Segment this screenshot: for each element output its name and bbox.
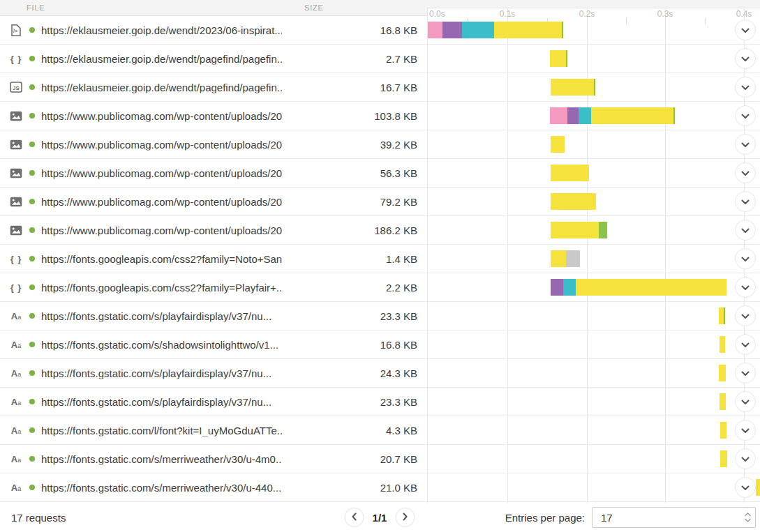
expand-row-button[interactable] [735, 477, 756, 498]
expand-row-button[interactable] [735, 305, 756, 326]
request-row: https://www.publicomag.com/wp-content/up… [0, 102, 760, 130]
waterfall-bar [0, 445, 760, 473]
chevron-down-icon [741, 368, 750, 379]
timing-segment-teal [462, 22, 494, 38]
stepper-up-icon [745, 512, 751, 517]
timing-segment-teal [579, 107, 591, 124]
chevron-down-icon [741, 111, 750, 121]
expand-row-button[interactable] [735, 105, 756, 126]
waterfall-bar [0, 388, 760, 416]
expand-row-button[interactable] [735, 448, 756, 469]
request-row: { } https://fonts.googleapis.com/css2?fa… [0, 245, 760, 273]
timing-segment-yellow [551, 79, 594, 96]
timeline-tick-label: 0.3s [657, 9, 673, 19]
request-row: https://www.publicomag.com/wp-content/up… [0, 216, 760, 245]
expand-row-button[interactable] [735, 134, 756, 155]
timing-segment-yellow [720, 422, 727, 439]
timeline-tick-label: 0.1s [500, 9, 516, 19]
waterfall-bar [0, 102, 760, 130]
timing-segment-yellow [756, 479, 760, 496]
expand-row-button[interactable] [735, 363, 756, 383]
request-row: Aa https://fonts.gstatic.com/s/playfaird… [0, 359, 760, 388]
timing-segment-gray [566, 250, 580, 267]
timing-segment-purple [551, 279, 563, 296]
expand-row-button[interactable] [735, 191, 756, 212]
waterfall-bar [0, 188, 760, 215]
stepper-down-icon [745, 518, 751, 522]
page-indicator: 1/1 [373, 512, 387, 524]
waterfall-bar [0, 130, 760, 158]
expand-row-button[interactable] [735, 77, 756, 98]
timing-segment-yellow [551, 136, 565, 153]
timing-segment-yellow [551, 222, 599, 238]
size-column-header: SIZE [304, 3, 324, 12]
timing-segment-green [673, 107, 675, 124]
timing-segment-yellow [720, 450, 727, 467]
timing-segment-yellow [550, 50, 566, 67]
entries-per-page-input[interactable] [592, 507, 756, 528]
timing-segment-purple [567, 107, 579, 124]
chevron-down-icon [741, 282, 750, 293]
expand-row-button[interactable] [735, 162, 756, 183]
request-row: https://www.publicomag.com/wp-content/up… [0, 130, 760, 159]
waterfall-bar [0, 216, 760, 244]
timing-segment-teal [563, 279, 576, 296]
expand-row-button[interactable] [735, 334, 756, 355]
expand-row-button[interactable] [735, 391, 756, 412]
entries-per-page-label: Entries per page: [505, 512, 585, 524]
chevron-down-icon [741, 168, 750, 178]
request-table: /> https://eklausmeier.goip.de/wendt/202… [0, 16, 760, 502]
waterfall-bar [0, 273, 760, 301]
chevron-down-icon [741, 482, 750, 493]
chevron-left-icon [352, 512, 357, 523]
waterfall-bar [0, 16, 760, 44]
request-row: Aa https://fonts.gstatic.com/s/playfaird… [0, 302, 760, 330]
expand-row-button[interactable] [735, 48, 756, 69]
chevron-down-icon [741, 397, 750, 407]
next-page-button[interactable] [395, 508, 415, 527]
pagination: 1/1 [345, 508, 415, 527]
file-column-header: FILE [27, 3, 45, 12]
chevron-down-icon [741, 139, 750, 150]
expand-row-button[interactable] [735, 420, 756, 441]
timing-segment-yellow [494, 22, 562, 38]
waterfall-bar [0, 245, 760, 273]
expand-row-button[interactable] [735, 20, 756, 40]
timing-segment-pink [428, 22, 442, 38]
timing-segment-green [599, 222, 607, 238]
chevron-down-icon [741, 225, 750, 236]
timeline-tick-label: 0.4s [736, 9, 752, 19]
timeline-header [427, 0, 760, 8]
timing-segment-yellow [551, 165, 589, 181]
request-row: Aa https://fonts.gstatic.com/s/shadowsin… [0, 330, 760, 359]
request-row: https://www.publicomag.com/wp-content/up… [0, 188, 760, 216]
timing-segment-yellow [720, 336, 725, 353]
request-row: Aa https://fonts.gstatic.com/s/playfaird… [0, 388, 760, 416]
chevron-down-icon [741, 454, 750, 464]
waterfall-bar [0, 73, 760, 101]
chevron-down-icon [741, 311, 750, 321]
timeline-tick-label: 0.0s [429, 9, 445, 19]
chevron-down-icon [741, 82, 750, 93]
request-row: Aa https://fonts.gstatic.com/l/font?kit=… [0, 416, 760, 445]
chevron-down-icon [741, 340, 750, 350]
entries-per-page-control: Entries per page: [505, 507, 756, 528]
expand-row-button[interactable] [735, 277, 756, 298]
timing-segment-pink [550, 107, 567, 124]
previous-page-button[interactable] [345, 508, 364, 527]
timing-segment-yellow [719, 365, 726, 381]
request-count: 17 requests [11, 512, 66, 524]
request-row: { } https://fonts.googleapis.com/css2?fa… [0, 273, 760, 302]
request-row: https://www.publicomag.com/wp-content/up… [0, 159, 760, 188]
waterfall-bar [0, 45, 760, 73]
request-row: JS https://eklausmeier.goip.de/wendt/pag… [0, 73, 760, 102]
expand-row-button[interactable] [735, 220, 756, 241]
chevron-down-icon [741, 425, 750, 436]
timeline-tick-label: 0.2s [579, 9, 595, 19]
chevron-right-icon [402, 512, 408, 523]
number-stepper[interactable] [745, 512, 751, 522]
timing-segment-yellow [551, 250, 566, 267]
chevron-down-icon [741, 254, 750, 264]
expand-row-button[interactable] [735, 248, 756, 269]
table-header: FILE SIZE [0, 0, 427, 16]
